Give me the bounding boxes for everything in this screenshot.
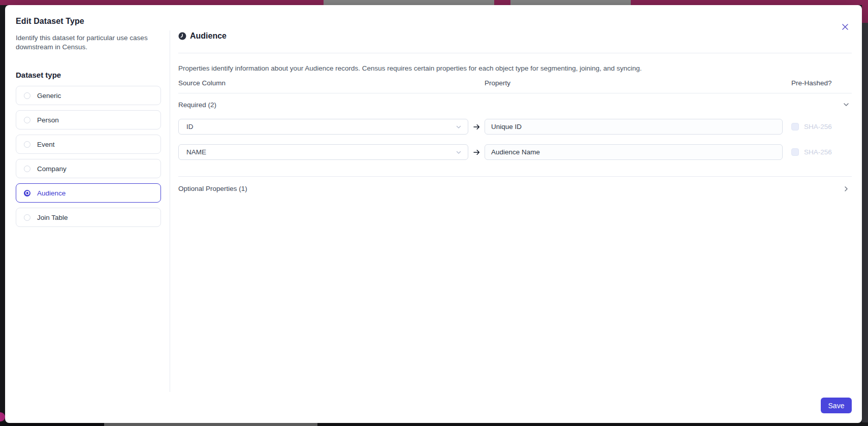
option-label: Event: [37, 141, 55, 148]
option-label: Company: [37, 165, 67, 173]
header-divider: [178, 53, 852, 53]
optional-properties-toggle[interactable]: Optional Properties (1): [178, 177, 852, 201]
required-section-toggle[interactable]: Required (2): [178, 97, 852, 112]
radio-icon: [24, 214, 30, 221]
background-top-strip-segment: [510, 0, 631, 5]
audience-panel: Audience Properties identify information…: [170, 5, 862, 423]
mapping-column-headers: Source Column Property Pre-Hashed?: [178, 79, 852, 93]
modal-title: Edit Dataset Type: [16, 17, 161, 26]
prehashed-cell: SHA-256: [783, 148, 852, 156]
clock-icon: [178, 32, 186, 40]
column-header-source: Source Column: [178, 79, 468, 87]
background-bottom-strip-segment: [104, 422, 317, 426]
pre-hashed-checkbox[interactable]: [791, 148, 799, 156]
dataset-type-option-audience[interactable]: Audience: [16, 183, 161, 203]
mapping-row: NAME SHA-256: [178, 144, 852, 160]
background-right-column-top: [862, 0, 868, 23]
arrow-right-icon: [468, 123, 485, 130]
panel-header: Audience: [178, 31, 852, 41]
background-top-strip-segment: [494, 0, 510, 5]
background-top-strip-segment: [0, 0, 324, 5]
pre-hashed-checkbox[interactable]: [791, 123, 799, 130]
dataset-type-option-generic[interactable]: Generic: [16, 86, 161, 105]
property-input[interactable]: [485, 144, 783, 160]
radio-selected-icon: [24, 190, 30, 196]
radio-icon: [24, 117, 30, 123]
chevron-down-icon: [843, 101, 850, 108]
optional-properties-label: Optional Properties (1): [178, 185, 247, 192]
dataset-type-option-join-table[interactable]: Join Table: [16, 208, 161, 227]
source-column-value: NAME: [186, 148, 206, 156]
panel-title: Audience: [190, 31, 227, 41]
option-label: Audience: [37, 189, 66, 197]
source-column-select[interactable]: NAME: [178, 144, 468, 160]
chevron-right-icon: [843, 185, 850, 192]
mapping-row: ID SHA-256: [178, 119, 852, 135]
source-column-value: ID: [186, 123, 194, 130]
background-top-strip-segment: [324, 0, 494, 5]
panel-description: Properties identify information about yo…: [178, 64, 852, 72]
property-input[interactable]: [485, 119, 783, 135]
sidebar: Edit Dataset Type Identify this dataset …: [5, 5, 170, 423]
background-bottom-strip-segment: [0, 422, 104, 426]
save-button[interactable]: Save: [821, 398, 852, 413]
option-label: Join Table: [37, 214, 68, 221]
column-header-prehashed: Pre-Hashed?: [783, 79, 852, 87]
edit-dataset-type-modal: Edit Dataset Type Identify this dataset …: [5, 5, 862, 423]
required-mapping-rows: ID SHA-256: [178, 119, 852, 160]
radio-icon: [24, 141, 30, 148]
arrow-right-icon: [468, 149, 485, 156]
background-bottom-strip-segment: [317, 422, 868, 426]
column-header-property: Property: [485, 79, 783, 87]
radio-icon: [24, 166, 30, 172]
option-label: Generic: [37, 92, 61, 100]
dataset-type-option-list: Generic Person Event Company Audience Jo…: [16, 86, 161, 227]
chevron-down-icon: [456, 124, 462, 130]
dataset-type-option-company[interactable]: Company: [16, 159, 161, 178]
background-right-column: [862, 0, 868, 426]
hash-algorithm-label: SHA-256: [804, 123, 832, 130]
background-accent-dot: [0, 412, 5, 421]
required-section-label: Required (2): [178, 101, 216, 109]
modal-description: Identify this dataset for particular use…: [16, 34, 150, 51]
dataset-type-option-person[interactable]: Person: [16, 110, 161, 129]
chevron-down-icon: [456, 149, 462, 155]
option-label: Person: [37, 116, 59, 124]
background-top-strip-segment: [631, 0, 868, 5]
radio-icon: [24, 92, 30, 99]
dataset-type-heading: Dataset type: [16, 71, 161, 79]
hash-algorithm-label: SHA-256: [804, 148, 832, 156]
source-column-select[interactable]: ID: [178, 119, 468, 135]
dataset-type-option-event[interactable]: Event: [16, 135, 161, 154]
prehashed-cell: SHA-256: [783, 123, 852, 130]
